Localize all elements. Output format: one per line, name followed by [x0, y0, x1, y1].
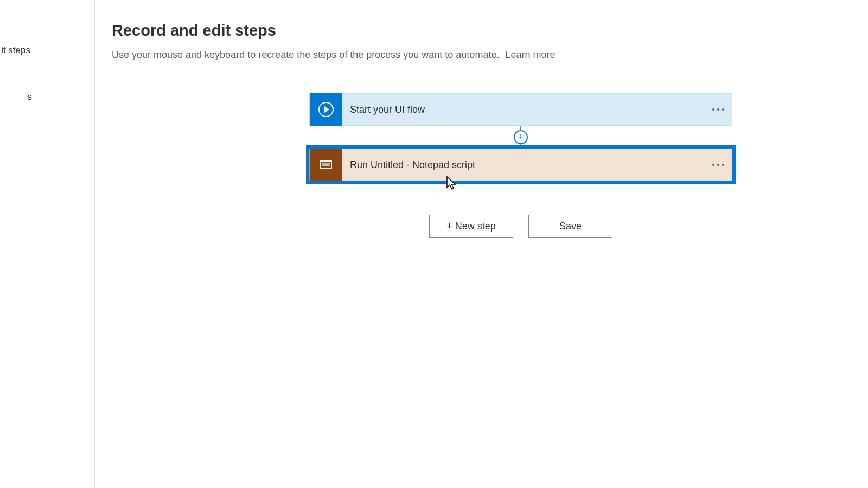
arrow-down-icon	[520, 144, 521, 149]
step-run-more-button[interactable]	[705, 164, 732, 166]
learn-more-link[interactable]: Learn more	[505, 49, 555, 60]
subtitle-text: Use your mouse and keyboard to recreate …	[112, 49, 499, 60]
page-title: Record and edit steps	[112, 22, 825, 40]
flow-connector: +	[514, 126, 528, 149]
more-icon	[712, 108, 724, 111]
sidebar-item-edit-steps[interactable]: it steps	[0, 41, 94, 60]
svg-marker-1	[324, 106, 329, 113]
step-start-flow[interactable]: Start your UI flow	[309, 93, 732, 126]
page-subtitle: Use your mouse and keyboard to recreate …	[112, 49, 825, 61]
sidebar-item-partial[interactable]: s	[0, 87, 94, 107]
main-content: Record and edit steps Use your mouse and…	[112, 22, 825, 238]
add-step-inline-button[interactable]: +	[514, 130, 528, 144]
script-icon	[310, 149, 342, 181]
step-start-more-button[interactable]	[705, 108, 732, 111]
svg-rect-4	[322, 163, 330, 166]
new-step-button[interactable]: + New step	[429, 215, 513, 238]
flow-container: Start your UI flow + Run Untitled - Note…	[309, 93, 732, 181]
sidebar: it steps s	[0, 0, 95, 488]
save-button[interactable]: Save	[528, 215, 612, 238]
action-buttons: + New step Save	[309, 215, 732, 238]
step-run-label: Run Untitled - Notepad script	[342, 159, 705, 171]
play-icon	[310, 93, 342, 126]
more-icon	[712, 164, 724, 166]
step-run-script[interactable]: Run Untitled - Notepad script	[309, 149, 732, 181]
step-start-label: Start your UI flow	[342, 104, 705, 115]
